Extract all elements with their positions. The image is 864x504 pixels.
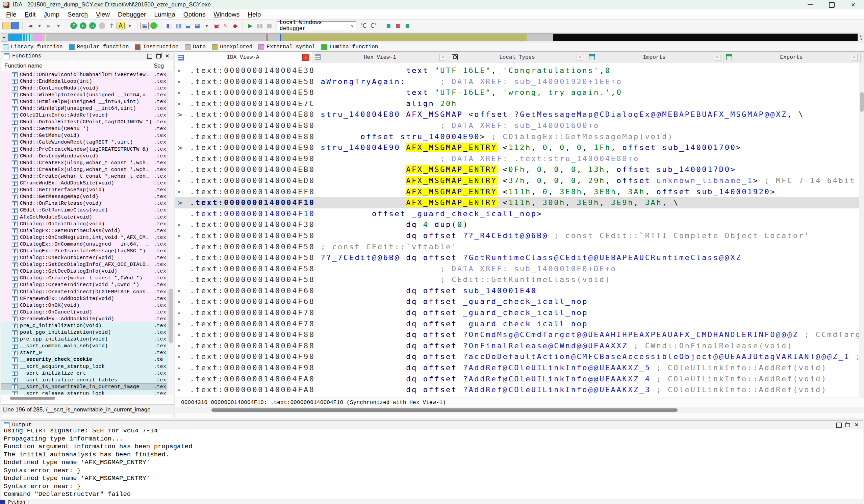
function-row[interactable]: CDialog::CreateIndirect(void *,CWnd *).t…	[1, 282, 167, 288]
function-row[interactable]: CWnd::CalcWindowRect(tagRECT *,uint).tex	[1, 139, 167, 146]
functions-close-button[interactable]	[163, 53, 171, 59]
function-row[interactable]: __scrt_initialize_crt.tex	[1, 370, 167, 377]
navband-segment-0[interactable]	[9, 34, 21, 41]
function-row[interactable]: CWnd::OnFinalRelease(void).tex	[1, 200, 167, 207]
redo-button[interactable]: ►	[45, 21, 53, 30]
menu-item-search[interactable]: Search	[63, 11, 92, 18]
undo-dropdown-button[interactable]: ▾	[35, 21, 44, 30]
compile-c-1-button[interactable]: 'C	[359, 21, 368, 30]
disasm-line[interactable]: .text:0000000140004F98 dq offset ?AddRef…	[175, 362, 859, 374]
tab-imports[interactable]: Imports	[586, 52, 723, 63]
function-row[interactable]: CWnd::WinHelpInternal(unsigned __int64,u…	[1, 92, 167, 98]
rename-dropdown-button[interactable]: ▾	[125, 21, 134, 30]
output-close-button[interactable]	[852, 422, 861, 428]
disasm-line[interactable]: .text:0000000140004F80 dq offset ?OnCmdM…	[175, 329, 859, 340]
jump-prev-function-button[interactable]: #	[69, 21, 78, 30]
navband-segment-4[interactable]	[266, 34, 267, 41]
lumina-orb-button[interactable]	[149, 21, 158, 30]
navband-arrows-icon[interactable]: ▸◂	[859, 34, 863, 41]
tab-close-icon[interactable]	[440, 54, 446, 61]
function-row[interactable]: CWnd::OnToolHitTest(CPoint,tagTOOLINFOW …	[1, 119, 167, 126]
disasm-line[interactable]: .text:0000000140004E90 ; DATA XREF: .tex…	[175, 153, 859, 165]
menu-item-view[interactable]: View	[92, 11, 114, 18]
function-row[interactable]: CDialog::OnOK(void).tex	[1, 302, 167, 309]
function-row[interactable]: CDialog::SetOccDialogInfo(_AFX_OCC_DIALO…	[1, 262, 167, 268]
disasm-line[interactable]: .text:0000000140004ED0 AFX_MSGMAP_ENTRY …	[175, 175, 859, 187]
disasm-line[interactable]: .text:0000000140004F10 offset _guard_che…	[175, 208, 859, 219]
functions-maximize-button[interactable]	[145, 53, 154, 59]
tab-close-icon[interactable]	[851, 54, 857, 61]
function-row[interactable]: start_0.tex	[1, 350, 167, 356]
pause-debugger-button[interactable]: ▮▮	[255, 21, 264, 30]
function-row[interactable]: pre_c_initialization(void).tex	[1, 322, 167, 329]
tab-hex-view-1[interactable]: Hex View-1	[312, 52, 449, 63]
disasm-line[interactable]: .text:0000000140004F50 dq offset ??_R4CE…	[175, 230, 859, 241]
navband-segment-3[interactable]	[45, 34, 46, 41]
disasm-line[interactable]: .text:0000000140004FA0 dq offset ?AddRef…	[175, 374, 859, 385]
function-row[interactable]: __scrt_release_startup_lock.tex	[1, 390, 167, 395]
navband-splitter[interactable]	[1, 33, 8, 41]
function-row[interactable]: CWnd::DestroyWindow(void).tex	[1, 153, 167, 159]
menu-item-windows[interactable]: Windows	[209, 11, 243, 18]
functions-column-header[interactable]: Function name Seg	[1, 60, 173, 72]
debug-watch-button[interactable]: ▣	[212, 21, 220, 30]
navband-track[interactable]	[8, 34, 858, 41]
function-row[interactable]: CWnd::ContinueModal(void).tex	[1, 85, 167, 92]
open-file-button[interactable]	[2, 22, 11, 29]
tab-local-types[interactable]: Local Types	[449, 52, 586, 63]
jump-next-function-button[interactable]: a	[88, 21, 97, 30]
menu-item-edit[interactable]: Edit	[21, 11, 40, 18]
close-button[interactable]	[842, 0, 864, 10]
edit-breakpoints-button[interactable]: ✎	[221, 21, 230, 30]
disasm-line[interactable]: .text:0000000140004F60 dq offset sub_140…	[175, 286, 859, 297]
function-row[interactable]: CWnd::Create(wchar_t const *,wchar_t con…	[1, 173, 167, 180]
column-function-name[interactable]: Function name	[4, 62, 42, 69]
function-row[interactable]: CDialog::GetOccDialogInfo(void).tex	[1, 268, 167, 275]
navband-segment-1[interactable]	[21, 34, 31, 41]
redo-dropdown-button[interactable]: ▾	[54, 21, 63, 30]
function-row[interactable]: AfxGetModuleState(void).tex	[1, 214, 167, 220]
function-row[interactable]: CWnd::GetInterfaceMap(void).tex	[1, 187, 167, 194]
disasm-line[interactable]: .text:0000000140004F58 ??_7CEdit@@6B@ dq…	[175, 252, 859, 263]
jump-function-button[interactable]: n	[79, 21, 87, 30]
jump-disabled-button[interactable]	[98, 21, 106, 30]
menu-item-options[interactable]: Options	[179, 11, 209, 18]
output-log[interactable]: Using FLIRT signature: SEH for vc64 7-14…	[1, 429, 863, 500]
column-divider[interactable]	[152, 62, 152, 70]
function-row[interactable]: CWnd::CreateEx(ulong,wchar_t const *,wch…	[1, 166, 167, 173]
disasm-line[interactable]: .text:0000000140004EB0 AFX_MSGMAP_ENTRY …	[175, 164, 859, 175]
function-row[interactable]: CFrameWndEx::AddDockSite(void).tex	[1, 315, 167, 322]
disasm-line[interactable]: .text:0000000140004E80 stru_140004E80 AF…	[175, 109, 859, 120]
disasm-vscrollbar[interactable]	[859, 63, 864, 398]
function-row[interactable]: __scrt_is_nonwritable_in_current_image.t…	[1, 383, 167, 390]
function-row[interactable]: CDialogEx::GetRuntimeClass(void).tex	[1, 227, 167, 234]
start-debugger-button[interactable]: ▶	[246, 21, 255, 30]
function-row[interactable]: CWnd::GetMessageMap(void).tex	[1, 194, 167, 200]
output-float-button[interactable]	[843, 422, 852, 428]
debugger-selector[interactable]: Local Windows debugger∨	[277, 21, 356, 30]
function-row[interactable]: __scrt_acquire_startup_lock.tex	[1, 363, 167, 370]
disasm-line[interactable]: .text:0000000140004F78 dq offset _guard_…	[175, 319, 859, 330]
function-row[interactable]: CDialog::CheckAutoCenter(void).tex	[1, 255, 167, 262]
function-row[interactable]: CFrameWndEx::AddDockSite(void).tex	[1, 180, 167, 187]
windows-list-button[interactable]: ▦	[141, 22, 148, 29]
disasm-line[interactable]: .text:0000000140004E58 aWrongTryAgain: ;…	[175, 76, 859, 87]
disasm-line[interactable]: .text:0000000140004F10 AFX_MSGMAP_ENTRY …	[175, 197, 859, 208]
stop-debugger-button[interactable]: ■	[265, 21, 274, 30]
function-row[interactable]: __security_check_cookie.te	[1, 356, 167, 363]
disasm-vscrollbar-thumb[interactable]	[860, 92, 864, 112]
disasm-line[interactable]: .text:0000000140004F58 ; const CEdit::`v…	[175, 241, 859, 253]
disasm-line[interactable]: .text:0000000140004FA8 dq offset ?AddRef…	[175, 384, 859, 396]
debug-views-dropdown-button[interactable]: ▾	[202, 21, 211, 30]
function-row[interactable]: COleUILinkInfo::AddRef(void).tex	[1, 112, 167, 119]
output-maximize-button[interactable]	[835, 422, 843, 428]
tab-ida-view-a[interactable]: IDA View-A	[175, 52, 312, 63]
disasm-line[interactable]: .text:0000000140004F30 dq 4 dup(0)	[175, 219, 859, 230]
disasm-line[interactable]: .text:0000000140004F88 dq offset ?OnFina…	[175, 340, 859, 352]
tab-close-icon[interactable]	[714, 54, 720, 61]
functions-vscrollbar-thumb[interactable]	[169, 289, 173, 343]
function-row[interactable]: CWnd::PreCreateWindow(tagCREATESTRUCTW &…	[1, 146, 167, 153]
python-cli-selector[interactable]: Python	[5, 500, 29, 504]
struct-list-1-button[interactable]: ≣	[384, 21, 393, 30]
disasm-line[interactable]: .text:0000000140004E7C align 20h	[175, 98, 859, 109]
